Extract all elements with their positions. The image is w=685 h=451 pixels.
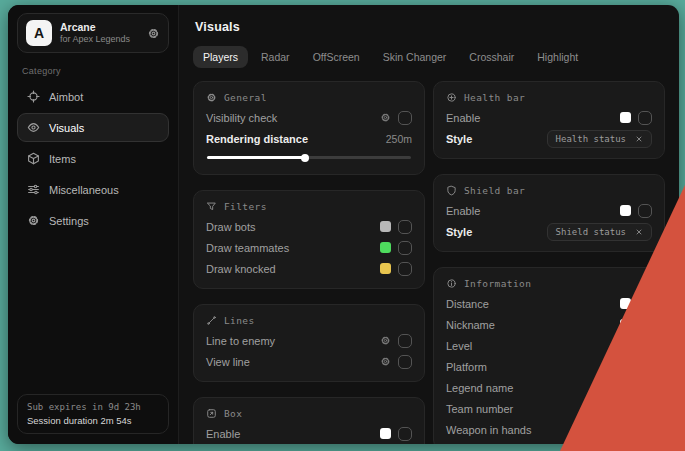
color-swatch[interactable]	[380, 242, 391, 253]
setting-label: Level	[446, 340, 472, 352]
tab-offscreen[interactable]: OffScreen	[303, 46, 370, 68]
card-shield-bar: Shield barEnableStyleShield status	[433, 174, 665, 252]
cube-icon	[27, 152, 40, 165]
style-select[interactable]: Health status	[547, 130, 652, 148]
cards-column-right: Health barEnableStyleHealth statusShield…	[433, 81, 665, 444]
setting-label: Style	[446, 133, 472, 145]
setting-label: Team number	[446, 403, 513, 415]
setting-label: Nickname	[446, 319, 495, 331]
row-controls: Health status	[547, 130, 652, 148]
setting-row-rendering-distance: Rendering distance250m	[206, 128, 412, 149]
checkbox[interactable]	[638, 318, 652, 332]
color-swatch[interactable]	[620, 340, 631, 351]
row-controls	[380, 355, 412, 369]
card-filters: FiltersDraw botsDraw teammatesDraw knock…	[193, 190, 425, 289]
setting-row-platform: Platform	[446, 356, 652, 377]
setting-label: Line to enemy	[206, 335, 275, 347]
tab-radar[interactable]: Radar	[251, 46, 300, 68]
app-settings-icon[interactable]	[147, 27, 160, 40]
app-logo: A	[26, 20, 52, 46]
close-icon[interactable]	[635, 228, 643, 236]
slider-knob[interactable]	[301, 154, 309, 162]
setting-label: Enable	[446, 205, 480, 217]
style-select[interactable]: Shield status	[547, 223, 652, 241]
checkbox[interactable]	[638, 111, 652, 125]
plus-circle-icon	[446, 92, 457, 103]
tab-bar: PlayersRadarOffScreenSkin ChangerCrossha…	[193, 46, 665, 68]
app-titles: Arcane for Apex Legends	[60, 21, 130, 45]
setting-row-level: Level	[446, 335, 652, 356]
slider-fill	[207, 156, 305, 159]
setting-row-enable: Enable	[446, 107, 652, 128]
color-swatch[interactable]	[380, 221, 391, 232]
color-swatch[interactable]	[620, 382, 631, 393]
box-corner-icon	[206, 408, 217, 419]
card-title: General	[224, 92, 267, 103]
row-controls	[380, 111, 412, 125]
tab-crosshair[interactable]: Crosshair	[459, 46, 524, 68]
row-controls	[380, 334, 412, 348]
checkbox[interactable]	[638, 402, 652, 416]
row-controls: 250m	[386, 133, 412, 145]
checkbox[interactable]	[638, 204, 652, 218]
color-swatch[interactable]	[620, 361, 631, 372]
color-swatch[interactable]	[620, 319, 631, 330]
gear-icon[interactable]	[380, 112, 391, 123]
color-swatch[interactable]	[620, 298, 631, 309]
color-swatch[interactable]	[620, 403, 631, 414]
gear-icon[interactable]	[380, 335, 391, 346]
checkbox[interactable]	[638, 360, 652, 374]
row-controls	[620, 402, 652, 416]
card-general: GeneralVisibility checkRendering distanc…	[193, 81, 425, 175]
sidebar-item-label: Items	[49, 153, 76, 165]
color-swatch[interactable]	[380, 428, 391, 439]
tab-skin-changer[interactable]: Skin Changer	[373, 46, 457, 68]
main-panel: Visuals PlayersRadarOffScreenSkin Change…	[179, 5, 679, 444]
setting-row-visibility-check: Visibility check	[206, 107, 412, 128]
checkbox[interactable]	[638, 423, 652, 437]
color-swatch[interactable]	[620, 424, 631, 435]
setting-row-enable: Enable	[446, 200, 652, 221]
color-swatch[interactable]	[380, 263, 391, 274]
close-icon[interactable]	[635, 135, 643, 143]
row-controls	[620, 297, 652, 311]
checkbox[interactable]	[638, 381, 652, 395]
checkbox[interactable]	[398, 334, 412, 348]
setting-row-view-line: View line	[206, 351, 412, 372]
setting-row-nickname: Nickname	[446, 314, 652, 335]
app-subtitle: for Apex Legends	[60, 34, 130, 45]
checkbox[interactable]	[398, 111, 412, 125]
sidebar-item-visuals[interactable]: Visuals	[17, 113, 169, 142]
tab-highlight[interactable]: Highlight	[527, 46, 588, 68]
slider[interactable]	[207, 156, 411, 159]
tab-players[interactable]: Players	[193, 46, 248, 68]
checkbox[interactable]	[638, 339, 652, 353]
color-swatch[interactable]	[620, 112, 631, 123]
setting-row-line-to-enemy: Line to enemy	[206, 330, 412, 351]
setting-row-style: StyleShield status	[446, 221, 652, 242]
sidebar-item-settings[interactable]: Settings	[17, 206, 169, 235]
checkbox[interactable]	[398, 241, 412, 255]
gear-icon[interactable]	[380, 356, 391, 367]
setting-label: Draw teammates	[206, 242, 289, 254]
checkbox[interactable]	[638, 297, 652, 311]
card-header: Lines	[206, 315, 412, 326]
sidebar-item-items[interactable]: Items	[17, 144, 169, 173]
row-controls	[380, 427, 412, 441]
setting-label: Legend name	[446, 382, 513, 394]
checkbox[interactable]	[398, 220, 412, 234]
setting-row-style: StyleHealth status	[446, 128, 652, 149]
sliders-icon	[27, 183, 40, 196]
checkbox[interactable]	[398, 262, 412, 276]
funnel-icon	[206, 201, 217, 212]
shield-icon	[446, 185, 457, 196]
subscription-panel: Sub expires in 9d 23h Session duration 2…	[17, 394, 169, 434]
checkbox[interactable]	[398, 355, 412, 369]
slider-value: 250m	[386, 133, 412, 145]
color-swatch[interactable]	[620, 205, 631, 216]
sidebar-item-miscellaneous[interactable]: Miscellaneous	[17, 175, 169, 204]
card-title: Health bar	[464, 92, 525, 103]
sidebar-item-aimbot[interactable]: Aimbot	[17, 82, 169, 111]
checkbox[interactable]	[398, 427, 412, 441]
card-title: Information	[464, 278, 531, 289]
